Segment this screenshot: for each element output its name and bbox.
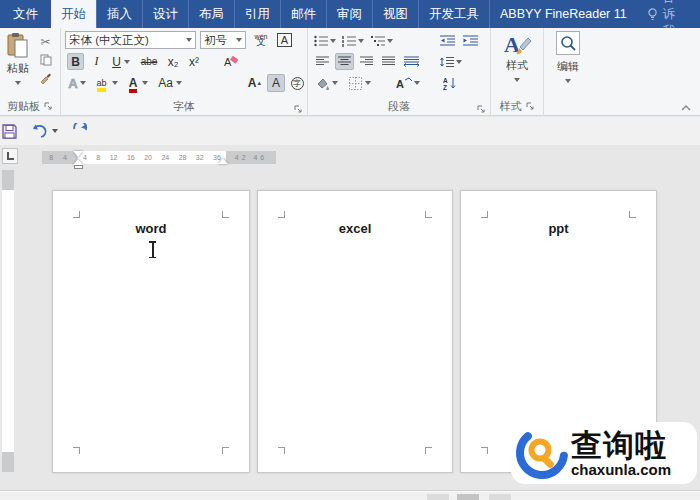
copy-button[interactable]	[37, 52, 54, 67]
asian-layout-button[interactable]: A	[392, 74, 424, 92]
bold-button[interactable]: B	[67, 53, 84, 70]
format-painter-button[interactable]	[37, 70, 54, 85]
font-color-icon: A	[127, 76, 140, 90]
tab-abbyy[interactable]: ABBYY FineReader 11	[489, 0, 637, 28]
align-right-button[interactable]	[357, 53, 376, 70]
document-page-1[interactable]: word	[52, 190, 250, 473]
align-left-button[interactable]	[313, 53, 332, 70]
font-size-combobox[interactable]: 初号	[200, 31, 246, 49]
grow-font-button[interactable]: A▲	[247, 74, 263, 92]
right-indent-marker[interactable]	[218, 158, 228, 164]
print-layout-button[interactable]	[457, 494, 479, 500]
highlight-caret-icon	[112, 81, 118, 85]
align-center-icon	[338, 56, 351, 67]
paste-button[interactable]: 粘贴	[3, 32, 33, 88]
chaxunla-watermark: 查询啦 chaxunla.com	[511, 422, 697, 484]
left-indent-marker[interactable]	[74, 165, 83, 169]
highlighter-icon: ab	[95, 78, 107, 88]
text-effects-button[interactable]: A	[65, 74, 89, 92]
clipboard-dialog-launcher-icon[interactable]	[44, 102, 53, 111]
superscript-button[interactable]: x²	[185, 53, 203, 70]
decrease-indent-button[interactable]	[437, 32, 457, 49]
tab-mailings[interactable]: 邮件	[280, 0, 326, 28]
margin-mark-icon	[73, 211, 80, 218]
subscript-glyph: x₂	[168, 55, 179, 69]
cut-button[interactable]: ✂	[37, 34, 54, 49]
lightbulb-icon	[647, 8, 658, 21]
borders-caret-icon	[365, 81, 371, 85]
character-border-button[interactable]: A	[275, 31, 294, 49]
format-painter-brush-icon	[39, 71, 52, 84]
tab-developer[interactable]: 开发工具	[418, 0, 489, 28]
svg-text:Z: Z	[443, 84, 447, 90]
editing-button[interactable]: 编辑	[550, 31, 586, 86]
styles-dialog-launcher-icon[interactable]	[526, 102, 535, 111]
change-case-button[interactable]: Aa	[155, 74, 185, 92]
tab-home[interactable]: 开始	[51, 0, 96, 28]
horizontal-ruler[interactable]: 8 4 4812162024283236 42 46	[42, 151, 276, 164]
font-color-button[interactable]: A	[124, 74, 151, 92]
margin-mark-icon	[278, 211, 285, 218]
character-shading-button[interactable]: A	[267, 74, 285, 92]
bullets-button[interactable]	[313, 32, 337, 49]
page-title-text[interactable]: word	[53, 221, 249, 236]
strikethrough-button[interactable]: abe	[137, 53, 161, 70]
redo-button[interactable]	[72, 123, 88, 139]
paragraph-dialog-launcher-icon[interactable]	[477, 105, 486, 114]
styles-button[interactable]: A 样式	[497, 31, 537, 85]
read-mode-button[interactable]	[427, 494, 449, 500]
font-color-caret-icon	[142, 81, 148, 85]
copy-icon	[40, 54, 52, 66]
font-name-value: 宋体 (中文正文)	[69, 33, 149, 48]
web-layout-button[interactable]	[489, 494, 511, 500]
text-effects-caret-icon	[80, 81, 86, 85]
justify-button[interactable]	[379, 53, 398, 70]
sign-in-button[interactable]: 登录	[696, 0, 700, 28]
numbering-button[interactable]	[341, 32, 365, 49]
redo-arrow-icon	[72, 123, 88, 139]
character-border-glyph: A	[277, 33, 292, 47]
font-group: 宋体 (中文正文) 初号 wén 文 A B I U	[61, 28, 308, 116]
subscript-button[interactable]: x₂	[164, 53, 182, 70]
paste-caret-icon	[15, 81, 21, 85]
vertical-ruler[interactable]: 2 4 2 4 6 8 10 12 14 16 18 20 22 24 26 2…	[2, 170, 14, 472]
font-size-value: 初号	[204, 33, 227, 48]
page-title-text[interactable]: ppt	[461, 221, 656, 236]
margin-mark-icon	[278, 447, 285, 454]
tab-file[interactable]: 文件	[0, 0, 51, 28]
styles-group: A 样式 样式	[491, 28, 544, 116]
distribute-button[interactable]	[401, 53, 422, 70]
tab-view[interactable]: 视图	[372, 0, 418, 28]
tab-references[interactable]: 引用	[234, 0, 280, 28]
find-magnifier-icon	[556, 31, 580, 55]
page-title-text[interactable]: excel	[258, 221, 452, 236]
watermark-title: 查询啦	[571, 430, 671, 461]
borders-button[interactable]	[346, 74, 373, 92]
sort-button[interactable]: AZ	[438, 74, 462, 92]
tab-review[interactable]: 审阅	[326, 0, 372, 28]
text-highlight-button[interactable]: ab	[93, 74, 120, 92]
tab-insert[interactable]: 插入	[96, 0, 142, 28]
save-button[interactable]	[1, 123, 18, 140]
editing-button-label: 编辑	[550, 59, 586, 74]
underline-button[interactable]: U	[109, 53, 133, 70]
phonetic-guide-button[interactable]: wén 文	[251, 31, 271, 49]
align-center-button[interactable]	[335, 53, 354, 70]
tab-stop-selector[interactable]	[2, 148, 18, 164]
italic-button[interactable]: I	[88, 53, 105, 70]
font-name-combobox[interactable]: 宋体 (中文正文)	[65, 31, 196, 49]
shading-button[interactable]	[313, 74, 340, 92]
line-spacing-button[interactable]	[438, 53, 464, 70]
bullet-list-icon	[314, 35, 328, 47]
first-line-indent-marker[interactable]	[73, 151, 83, 157]
font-dialog-launcher-icon[interactable]	[294, 105, 303, 114]
document-page-2[interactable]: excel	[257, 190, 453, 473]
tab-layout[interactable]: 布局	[188, 0, 234, 28]
undo-button[interactable]	[30, 124, 58, 139]
increase-indent-button[interactable]	[460, 32, 480, 49]
tab-design[interactable]: 设计	[142, 0, 188, 28]
enclose-characters-button[interactable]: 字	[288, 74, 306, 92]
multilevel-list-button[interactable]	[369, 32, 395, 49]
collapse-ribbon-button[interactable]	[680, 104, 692, 112]
clear-formatting-button[interactable]: A	[221, 53, 241, 70]
